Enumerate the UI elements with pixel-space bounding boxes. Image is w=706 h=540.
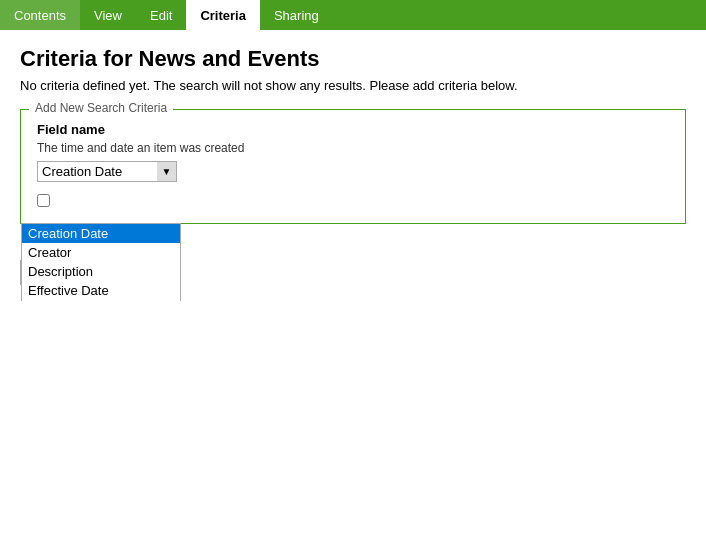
dropdown-item[interactable]: End Date [22,300,180,301]
page-subtitle: No criteria defined yet. The search will… [20,78,686,93]
field-description: The time and date an item was created [37,141,669,155]
nav-bar: ContentsViewEditCriteriaSharing [0,0,706,30]
criteria-box: Add New Search Criteria Field name The t… [20,109,686,224]
nav-tab-criteria[interactable]: Criteria [186,0,260,30]
dropdown-list: Creation DateCreatorDescriptionEffective… [21,223,181,301]
field-select-wrapper: Creation DateCreatorDescriptionEffective… [37,161,177,182]
dropdown-item[interactable]: Description [22,262,180,281]
field-name-label: Field name [37,122,669,137]
field-select[interactable]: Creation DateCreatorDescriptionEffective… [37,161,177,182]
page-title: Criteria for News and Events [20,46,686,72]
nav-tab-edit[interactable]: Edit [136,0,186,30]
checkbox-area [37,192,669,207]
nav-tab-sharing[interactable]: Sharing [260,0,333,30]
main-content: Criteria for News and Events No criteria… [0,30,706,301]
dropdown-item[interactable]: Creation Date [22,224,180,243]
nav-tab-view[interactable]: View [80,0,136,30]
nav-tab-contents[interactable]: Contents [0,0,80,30]
dropdown-item[interactable]: Effective Date [22,281,180,300]
dropdown-item[interactable]: Creator [22,243,180,262]
criteria-legend: Add New Search Criteria [29,101,173,115]
criteria-checkbox[interactable] [37,194,50,207]
